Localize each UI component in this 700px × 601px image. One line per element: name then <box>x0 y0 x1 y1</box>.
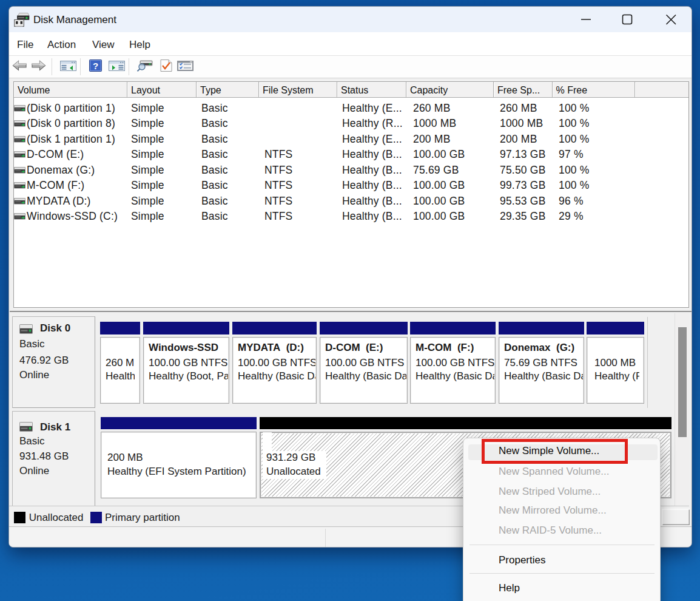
svg-text:?: ? <box>93 61 98 71</box>
